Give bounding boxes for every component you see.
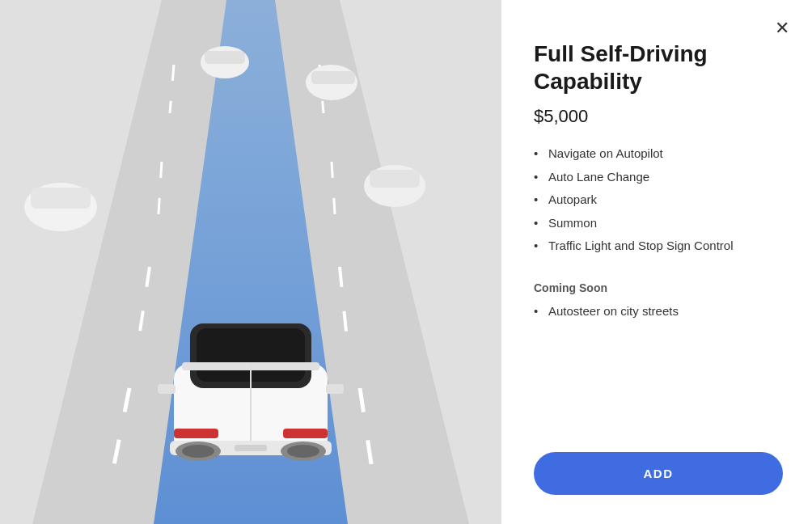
svg-rect-12 [205,51,245,64]
feature-item: Traffic Light and Stop Sign Control [534,237,783,256]
svg-rect-18 [370,170,420,188]
features-list: Navigate on AutopilotAuto Lane ChangeAut… [534,145,783,260]
feature-item: Navigate on Autopilot [534,145,783,163]
svg-point-28 [182,445,214,458]
svg-point-30 [287,445,319,458]
feature-item: Summon [534,214,783,233]
svg-rect-25 [283,429,328,438]
modal-container: ✕ Full Self-Driving Capability $5,000 Na… [0,0,812,524]
svg-rect-32 [158,384,176,394]
coming-soon-item: Autosteer on city streets [534,302,783,321]
add-button[interactable]: ADD [534,452,783,495]
svg-rect-26 [235,445,267,451]
product-title: Full Self-Driving Capability [534,40,783,95]
svg-rect-14 [311,71,355,84]
coming-soon-label: Coming Soon [534,281,783,294]
close-button[interactable]: ✕ [772,16,793,40]
image-panel [0,0,501,524]
svg-rect-16 [31,188,91,209]
coming-soon-list: Autosteer on city streets [534,302,783,321]
content-panel: ✕ Full Self-Driving Capability $5,000 Na… [501,0,812,524]
svg-rect-33 [326,384,344,394]
feature-item: Auto Lane Change [534,168,783,187]
feature-item: Autopark [534,191,783,209]
svg-rect-24 [174,429,218,438]
product-price: $5,000 [534,106,783,127]
